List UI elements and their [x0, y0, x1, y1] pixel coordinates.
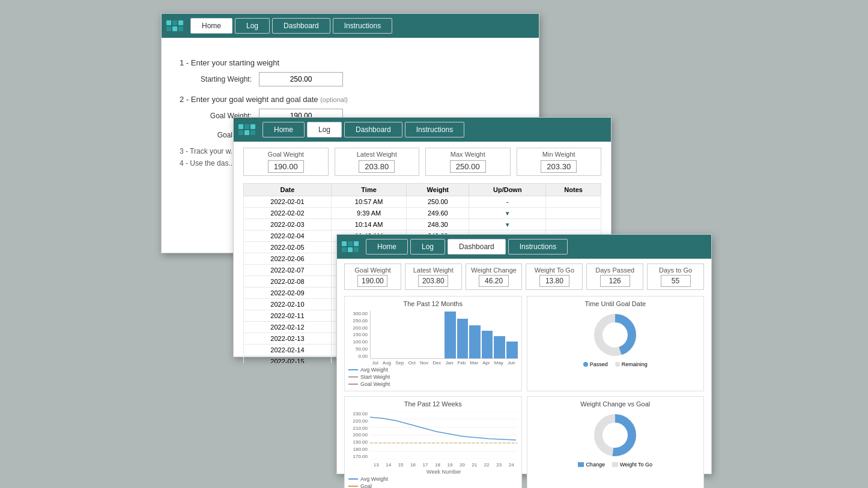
col-weight: Weight	[407, 184, 469, 196]
dash-tab-home[interactable]: Home	[366, 239, 408, 255]
donut2-legend: Change Weight To Go	[578, 462, 652, 468]
log-tab-log[interactable]: Log	[307, 122, 342, 137]
log-goal-weight-label: Goal Weight	[249, 151, 323, 158]
col-updown: Up/Down	[469, 184, 546, 196]
cell-time: 9:39 AM	[331, 208, 406, 219]
line-chart-title: The Past 12 Weeks	[348, 400, 518, 408]
log-max-weight-label: Max Weight	[431, 151, 505, 158]
cell-time: 10:57 AM	[331, 196, 406, 208]
step2-title: 2 - Enter your goal weight and goal date…	[180, 95, 521, 104]
cell-date: 2022-02-12	[244, 322, 332, 333]
logo-dot-2	[172, 20, 177, 25]
log-logo-dot-5	[244, 130, 249, 135]
donut1-panel: Time Until Goal Date Passed Remaini	[527, 296, 705, 391]
cell-date: 2022-02-10	[244, 299, 332, 310]
home-tab-dashboard[interactable]: Dashboard	[272, 18, 330, 34]
cell-weight: 250.00	[407, 196, 469, 208]
cell-weight: 249.60	[407, 208, 469, 219]
donut1-title: Time Until Goal Date	[531, 300, 700, 307]
bar	[506, 342, 518, 358]
dash-tab-log[interactable]: Log	[410, 239, 445, 255]
logo-dot-1	[166, 20, 171, 25]
bar	[482, 331, 493, 358]
donut1-legend: Passed Remaining	[583, 361, 648, 367]
cell-time: 10:14 AM	[331, 219, 406, 230]
donut1-svg	[591, 311, 639, 359]
donut2-svg	[591, 411, 639, 459]
bar-chart-panel: The Past 12 Months 300.00 250.00 200.00 …	[344, 296, 522, 391]
log-min-weight-box: Min Weight 203.30	[517, 148, 602, 176]
log-tab-instructions[interactable]: Instructions	[405, 122, 464, 137]
dash-weight-to-go: Weight To Go 13.80	[526, 264, 583, 290]
charts-area: The Past 12 Months 300.00 250.00 200.00 …	[344, 296, 704, 488]
cell-date: 2022-02-04	[244, 230, 332, 242]
col-time: Time	[331, 184, 406, 196]
cell-notes	[546, 219, 601, 230]
cell-date: 2022-02-07	[244, 265, 332, 276]
log-logo-dot-1	[238, 124, 243, 129]
cell-notes	[546, 208, 601, 219]
cell-direction: ▼	[469, 208, 546, 219]
log-min-weight-label: Min Weight	[522, 151, 596, 158]
dash-logo-dot-5	[348, 247, 353, 252]
log-tab-home[interactable]: Home	[263, 122, 305, 137]
log-logo-dot-3	[250, 124, 255, 129]
home-tab-home[interactable]: Home	[190, 18, 232, 34]
log-goal-weight-box: Goal Weight 190.00	[243, 148, 329, 176]
donut2-panel: Weight Change vs Goal Change Weight	[527, 396, 705, 488]
log-max-weight-value: 250.00	[450, 160, 486, 173]
starting-weight-label: Starting Weight:	[180, 75, 252, 83]
cell-weight: 248.30	[407, 219, 469, 230]
home-tab-instructions[interactable]: Instructions	[333, 18, 392, 34]
dash-stats-row: Goal Weight 190.00 Latest Weight 203.80 …	[344, 264, 704, 290]
step1-title: 1 - Enter your starting weight	[180, 58, 521, 67]
logo-dot-3	[178, 20, 183, 25]
log-max-weight-box: Max Weight 250.00	[425, 148, 511, 176]
cell-date: 2022-02-14	[244, 345, 332, 356]
bar-chart-title: The Past 12 Months	[348, 300, 518, 307]
dash-goal-weight-value: 190.00	[357, 275, 387, 287]
bar-chart-y-axis: 300.00 250.00 200.00 150.00 100.00 50.00…	[348, 311, 368, 359]
cell-date: 2022-02-08	[244, 276, 332, 288]
log-latest-weight-box: Latest Weight 203.80	[335, 148, 420, 176]
bar-chart-inner: JulAugSepOctNovDec JanFebMarAprMayJun	[370, 311, 518, 366]
dash-days-to-go-label: Days to Go	[652, 267, 699, 274]
dash-days-to-go: Days to Go 55	[647, 264, 704, 290]
line-chart-body: 230.00 220.00 210.00 200.00 190.00 180.0…	[348, 411, 518, 475]
col-notes: Notes	[546, 184, 601, 196]
logo-dot-6	[178, 26, 183, 31]
table-row: 2022-02-03 10:14 AM 248.30 ▼	[244, 219, 601, 230]
donut2-container: Change Weight To Go	[531, 411, 700, 468]
cell-date: 2022-02-01	[244, 196, 332, 208]
dash-goal-weight-label: Goal Weight	[350, 267, 396, 274]
donut2-title: Weight Change vs Goal	[531, 400, 700, 408]
dash-tab-dashboard[interactable]: Dashboard	[448, 239, 506, 255]
log-logo-dot-4	[238, 130, 243, 135]
logo-dot-4	[166, 26, 171, 31]
dash-weight-change-label: Weight Change	[471, 267, 517, 274]
starting-weight-input[interactable]	[259, 72, 343, 86]
bar-chart-legend: Avg Weight Start Weight Goal Weight	[348, 367, 518, 387]
donut1-container: Passed Remaining	[531, 311, 700, 367]
cell-date: 2022-02-06	[244, 253, 332, 265]
log-latest-weight-label: Latest Weight	[340, 151, 414, 158]
line-chart-svg	[370, 411, 518, 459]
dashboard-content: Goal Weight 190.00 Latest Weight 203.80 …	[337, 259, 711, 488]
line-chart-x-labels: 131415161718 192021222324	[370, 462, 518, 468]
dash-goal-weight: Goal Weight 190.00	[344, 264, 401, 290]
log-stats-row: Goal Weight 190.00 Latest Weight 203.80 …	[243, 148, 601, 176]
cell-date: 2022-02-11	[244, 310, 332, 322]
home-tab-log[interactable]: Log	[235, 18, 270, 34]
dash-weight-to-go-label: Weight To Go	[531, 267, 577, 274]
table-row: 2022-02-02 9:39 AM 249.60 ▼	[244, 208, 601, 219]
home-navbar: Home Log Dashboard Instructions	[162, 14, 539, 38]
dash-tab-instructions[interactable]: Instructions	[508, 239, 568, 255]
dash-logo-dot-4	[342, 247, 347, 252]
log-tab-dashboard[interactable]: Dashboard	[344, 122, 402, 137]
dash-logo-dot-3	[354, 241, 359, 246]
line-chart-legend: Avg Weight Goal	[348, 476, 518, 488]
starting-weight-row: Starting Weight:	[180, 72, 521, 86]
dash-days-to-go-value: 55	[661, 275, 691, 287]
bar-chart-x-labels: JulAugSepOctNovDec JanFebMarAprMayJun	[370, 360, 518, 366]
cell-date: 2022-02-02	[244, 208, 332, 219]
